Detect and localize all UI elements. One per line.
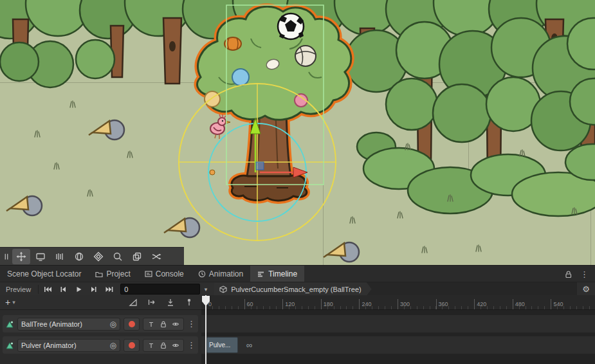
track-name-box[interactable]: BallTree (Animator) ◎	[17, 318, 120, 331]
ruler-tick: 60	[244, 299, 253, 309]
target-icon[interactable]: ◎	[110, 341, 116, 349]
scene-view[interactable]	[0, 0, 595, 265]
ruler-tick: 300	[398, 299, 410, 309]
timeline-panel: +▾ BallTree (Animator) ◎	[0, 295, 595, 364]
tab-console[interactable]: Console	[138, 266, 191, 282]
sphere-tool-button[interactable]	[70, 249, 88, 264]
timeline-content: 0 60 120 180 240 300 360 420 480 540 Pul…	[201, 295, 595, 364]
frame-input[interactable]	[120, 284, 200, 295]
timeline-track-headers: +▾ BallTree (Animator) ◎	[0, 295, 202, 364]
ruler-tick: 420	[474, 299, 486, 309]
record-dot-icon	[129, 342, 135, 349]
zoom-tool-button[interactable]	[109, 249, 127, 264]
panel-tab-bar: Scene Object Locator Project Console Ani…	[0, 265, 595, 282]
tab-animation[interactable]: Animation	[191, 266, 250, 282]
ruler-tick: 540	[551, 299, 563, 309]
lock-icon[interactable]	[160, 320, 167, 328]
previous-frame-button[interactable]	[55, 282, 71, 296]
diamond-icon	[93, 251, 104, 262]
grip-icon	[2, 251, 11, 262]
previous-frame-icon	[59, 286, 67, 293]
play-button[interactable]	[71, 282, 86, 296]
layers-icon	[132, 251, 142, 262]
track-header: BallTree (Animator) ◎ ⋮	[3, 315, 198, 332]
folder-icon	[95, 270, 103, 278]
track-options-tray	[143, 318, 184, 331]
shuffle-icon	[151, 251, 161, 262]
breadcrumb: PulverCucumberSmack_empty (BallTree)	[214, 282, 577, 296]
frame-options-caret[interactable]: ▾	[200, 282, 212, 296]
go-to-end-button[interactable]	[102, 282, 117, 296]
console-icon	[145, 270, 152, 278]
track-name-box[interactable]: Pulver (Animator) ◎	[17, 339, 120, 352]
ruler-tick: 360	[436, 299, 448, 309]
divider	[38, 285, 39, 294]
timeline-ruler[interactable]: 0 60 120 180 240 300 360 420 480 540	[201, 295, 595, 310]
track-header: Pulver (Animator) ◎ ⋮	[3, 336, 198, 354]
eye-icon[interactable]	[172, 320, 179, 328]
breadcrumb-item[interactable]: PulverCucumberSmack_empty (BallTree)	[214, 282, 372, 296]
go-to-start-icon	[44, 286, 52, 293]
tab-scene-object-locator[interactable]: Scene Object Locator	[0, 266, 88, 282]
toolbar-drag-handle[interactable]	[2, 249, 11, 264]
track-menu-kebab[interactable]: ⋮	[187, 320, 196, 328]
target-icon[interactable]: ◎	[110, 320, 116, 328]
go-to-start-button[interactable]	[40, 282, 55, 296]
cube-icon	[219, 286, 227, 293]
preview-toggle[interactable]: Preview	[0, 282, 37, 296]
record-button[interactable]	[124, 318, 140, 331]
loop-indicator: ∞	[246, 336, 252, 354]
hatch-tool-button[interactable]	[51, 249, 69, 264]
pin-icon[interactable]	[147, 341, 155, 349]
tab-project[interactable]: Project	[88, 266, 137, 282]
animator-icon	[5, 320, 14, 329]
move-icon	[16, 251, 26, 262]
lock-icon[interactable]	[564, 270, 572, 278]
blue-ball	[232, 69, 249, 86]
timeline-header-row: +▾	[0, 295, 201, 310]
marker-pin-icon[interactable]	[185, 298, 194, 307]
track-lane[interactable]: Pulve... ∞	[201, 336, 595, 354]
clip-drop-icon[interactable]	[166, 298, 175, 307]
add-track-button[interactable]: +▾	[5, 295, 15, 309]
animator-icon	[5, 341, 14, 350]
ruler-tick: 480	[513, 299, 525, 309]
iso-tool-button[interactable]	[89, 249, 107, 264]
panel-menu-kebab[interactable]: ⋮	[580, 270, 589, 278]
clip-in-icon[interactable]	[147, 298, 156, 307]
timeline-control-bar: Preview ▾ PulverCucumberSmack_empty (Bal…	[0, 282, 595, 296]
record-dot-icon	[129, 321, 135, 327]
sphere-icon	[74, 251, 84, 262]
tab-timeline[interactable]: Timeline	[250, 266, 304, 282]
next-frame-button[interactable]	[86, 282, 102, 296]
animation-clip[interactable]: Pulve...	[206, 337, 238, 353]
ruler-tick: 240	[359, 299, 371, 309]
magnifier-icon	[113, 251, 123, 262]
ruler-tick: 120	[282, 299, 295, 309]
move-tool-button[interactable]	[12, 249, 30, 264]
curves-ramp-icon[interactable]	[129, 298, 138, 307]
timeline-icon	[257, 270, 265, 278]
layers-tool-button[interactable]	[128, 249, 146, 264]
view-tool-button[interactable]	[32, 249, 50, 264]
lock-icon[interactable]	[160, 341, 167, 349]
ruler-tick: 180	[321, 299, 333, 309]
eye-icon[interactable]	[172, 341, 179, 349]
soccer-ball[interactable]	[278, 14, 304, 39]
monitor-icon	[35, 251, 46, 262]
track-lane[interactable]	[201, 315, 595, 332]
track-options-tray	[143, 339, 184, 352]
scene-canvas[interactable]	[0, 0, 595, 265]
go-to-end-icon	[105, 286, 113, 293]
play-icon	[75, 286, 82, 293]
track-menu-kebab[interactable]: ⋮	[187, 341, 196, 349]
pin-icon[interactable]	[147, 320, 155, 328]
timeline-settings-gear[interactable]: ⚙	[577, 282, 595, 296]
hatch-icon	[55, 251, 65, 262]
shuffle-tool-button[interactable]	[147, 249, 165, 264]
clock-icon	[198, 270, 206, 278]
volleyball	[295, 46, 316, 66]
record-button[interactable]	[124, 339, 140, 352]
pumpkin	[224, 37, 241, 50]
next-frame-icon	[90, 286, 98, 293]
